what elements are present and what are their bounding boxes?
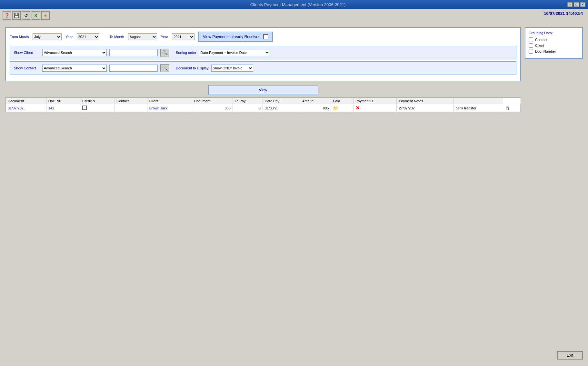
view-payments-checkbox[interactable] <box>263 34 268 39</box>
right-panel: Grouping Data: Contact Client Doc. Numbe… <box>525 27 583 112</box>
cell-contact <box>115 104 147 112</box>
show-client-row: Show Client Advanced Search All Clients … <box>10 46 516 59</box>
col-document2: Document <box>192 98 233 104</box>
sorting-select[interactable]: Date Payment + Invoice Date Invoice Date… <box>199 49 270 56</box>
toolbar: ❓ 💾 ↺ X ★ 16/07/2021 14:40:54 <box>0 9 588 22</box>
minimize-button[interactable]: – <box>567 2 573 7</box>
trash-icon[interactable]: 🗑 <box>505 106 510 111</box>
col-payment-notes: Payment Notes <box>397 98 453 104</box>
col-client: Client <box>147 98 192 104</box>
show-client-search-button[interactable]: 🔍 <box>160 49 169 56</box>
title-bar: Clients Payment Management (Version 2006… <box>0 0 588 9</box>
payments-table: Document Doc. Nu Credit N Contact Client… <box>5 98 521 112</box>
cell-payment-d: 27/07/202 <box>397 104 453 112</box>
cell-delete[interactable]: 🗑 <box>503 104 521 112</box>
grouping-docnumber-label: Doc. Number <box>535 49 556 53</box>
cell-to-pay: 0 <box>233 104 263 112</box>
search-icon-contact: 🔍 <box>162 66 168 71</box>
left-panel: From Month July August Year 2021 2020 To… <box>5 27 521 112</box>
grouping-title: Grouping Data: <box>529 31 579 35</box>
cell-payment-notes: bank transfer <box>453 104 503 112</box>
search-icon: 🔍 <box>162 50 168 55</box>
col-credit-n: Credit N <box>80 98 114 104</box>
show-contact-search-button[interactable]: 🔍 <box>160 64 169 72</box>
from-month-label: From Month <box>10 35 29 39</box>
view-payments-label: View Payments already Received <box>203 35 261 39</box>
sorting-label: Sorting order <box>176 51 196 55</box>
show-contact-input[interactable] <box>109 65 158 72</box>
show-client-select[interactable]: Advanced Search All Clients <box>42 49 107 56</box>
credit-checkbox[interactable] <box>82 106 87 110</box>
help-icon: ❓ <box>4 13 10 18</box>
show-client-label: Show Client <box>14 51 40 55</box>
grouping-client-label: Client <box>535 44 544 47</box>
cell-amount: 805 <box>300 104 331 112</box>
cell-paid-x[interactable]: ✕ <box>354 104 397 112</box>
show-contact-row: Show Contact Advanced Search All Contact… <box>10 61 516 75</box>
cell-credit-n <box>80 104 114 112</box>
save-icon: 💾 <box>14 13 19 18</box>
refresh-button[interactable]: ↺ <box>22 11 30 20</box>
cell-document2: 805 <box>192 104 233 112</box>
view-button[interactable]: View <box>208 85 318 95</box>
maximize-button[interactable]: □ <box>574 2 579 7</box>
to-month-label: To Month <box>110 35 124 39</box>
col-amount: Amoun <box>300 98 331 104</box>
document-display-label: Document to Display <box>176 66 209 70</box>
date-filter-row: From Month July August Year 2021 2020 To… <box>10 32 516 42</box>
exit-button[interactable]: Exit <box>557 351 583 360</box>
grouping-contact-item: Contact <box>529 37 579 42</box>
cell-document: 31/07/202 <box>6 104 46 112</box>
cell-date-pay: 31/08/2 <box>263 104 300 112</box>
window-controls: – □ ✕ <box>567 2 585 7</box>
col-actions <box>453 98 503 104</box>
table-row: 31/07/202 142 Brown Jack 805 0 31/08/2 8… <box>6 104 521 112</box>
table-header-row: Document Doc. Nu Credit N Contact Client… <box>6 98 521 104</box>
to-month-select[interactable]: August July <box>128 33 157 40</box>
refresh-icon: ↺ <box>24 13 28 18</box>
view-payments-button[interactable]: View Payments already Received <box>198 32 273 42</box>
show-client-input[interactable] <box>109 49 158 56</box>
col-date-pay: Date Pay <box>263 98 300 104</box>
col-document: Document <box>6 98 46 104</box>
grouping-client-checkbox[interactable] <box>529 43 533 48</box>
info-icon: ★ <box>44 13 48 18</box>
app-title: Clients Payment Management (Version 2006… <box>28 2 567 7</box>
grouping-contact-label: Contact <box>535 38 547 42</box>
show-contact-label: Show Contact <box>14 66 40 70</box>
view-button-container: View <box>5 85 521 95</box>
save-button[interactable]: 💾 <box>12 11 21 20</box>
excel-icon: X <box>34 13 37 18</box>
main-content: From Month July August Year 2021 2020 To… <box>0 22 588 117</box>
col-contact: Contact <box>115 98 147 104</box>
info-button[interactable]: ★ <box>41 11 50 20</box>
help-button[interactable]: ❓ <box>3 11 11 20</box>
grouping-panel: Grouping Data: Contact Client Doc. Numbe… <box>525 27 583 59</box>
from-year-select[interactable]: 2021 2020 <box>77 33 99 40</box>
col-doc-nu: Doc. Nu <box>46 98 80 104</box>
col-to-pay: To Pay <box>233 98 263 104</box>
from-year-label: Year <box>65 35 73 39</box>
cell-doc-nu: 142 <box>46 104 80 112</box>
to-year-label: Year <box>161 35 168 39</box>
grouping-contact-checkbox[interactable] <box>529 37 533 42</box>
table-container: Document Doc. Nu Credit N Contact Client… <box>5 97 521 112</box>
document-display-select[interactable]: Show ONLY Invoic Show All Show ONLY Paym… <box>211 65 253 72</box>
close-button[interactable]: ✕ <box>580 2 585 7</box>
from-month-select[interactable]: July August <box>33 33 62 40</box>
datetime-display: 16/07/2021 14:40:54 <box>544 11 583 16</box>
cell-client: Brown Jack <box>147 104 192 112</box>
grouping-docnumber-checkbox[interactable] <box>529 49 533 54</box>
search-panel: From Month July August Year 2021 2020 To… <box>5 27 521 81</box>
show-contact-select[interactable]: Advanced Search All Contacts <box>42 65 107 72</box>
cell-paid-folder[interactable]: 📁 <box>331 104 354 112</box>
col-paid: Paid <box>331 98 354 104</box>
grouping-client-item: Client <box>529 43 579 48</box>
excel-button[interactable]: X <box>32 11 40 20</box>
grouping-docnumber-item: Doc. Number <box>529 49 579 54</box>
folder-icon: 📁 <box>333 106 338 111</box>
x-icon[interactable]: ✕ <box>355 105 360 111</box>
col-payment-d: Payment D <box>354 98 397 104</box>
to-year-select[interactable]: 2021 2020 <box>172 33 194 40</box>
